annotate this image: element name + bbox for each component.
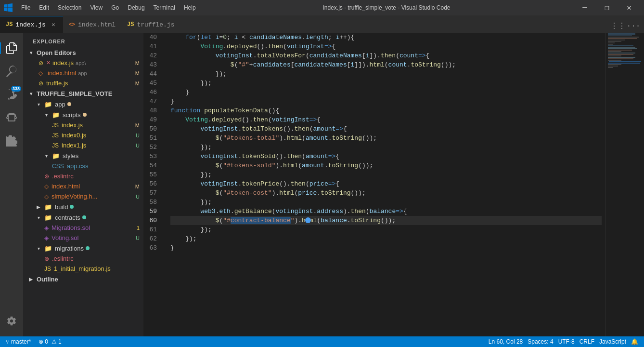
css-icon: CSS (52, 163, 64, 170)
notifications-status[interactable]: 🔔 (629, 336, 640, 347)
eslint-icon: ⊛ (44, 173, 49, 180)
open-editors-label: Open Editors (37, 49, 76, 56)
code-line-58: }); (170, 198, 602, 207)
folder-contracts[interactable]: ▾ 📁 contracts (23, 212, 143, 223)
close-button[interactable]: ✕ (618, 0, 640, 15)
menu-help[interactable]: Help (180, 3, 200, 12)
split-editor-icon[interactable]: ⋮⋮ (611, 19, 625, 33)
file-voting-sol[interactable]: ◈ Voting.sol U (23, 233, 143, 243)
outline-header[interactable]: ▶ Outline (23, 274, 143, 284)
ln-47: 47 (143, 97, 163, 106)
ln-63: 63 (143, 243, 163, 253)
menu-selection[interactable]: Selection (54, 3, 85, 12)
file-index0-js[interactable]: JS index0.js U (23, 130, 143, 140)
file-eslintrc[interactable]: ⊛ .eslintrc (23, 171, 143, 181)
code-editor[interactable]: 40 41 42 43 44 45 46 47 48 49 50 51 52 5… (143, 33, 644, 336)
line-numbers: 40 41 42 43 44 45 46 47 48 49 50 51 52 5… (143, 33, 167, 336)
branch-status[interactable]: ⑂ master* (4, 336, 33, 347)
open-editors-header[interactable]: ▾ Open Editors (23, 47, 143, 58)
app-chevron: ▾ (35, 100, 42, 108)
tab-close-index-js[interactable]: ✕ (50, 21, 57, 28)
ln-49: 49 (143, 115, 163, 124)
code-line-57: $("#token-cost").html(price.toString()); (170, 188, 602, 198)
error-count: 0 (45, 338, 48, 345)
more-actions-icon[interactable]: ··· (627, 19, 640, 33)
html-icon-2: ◇ (44, 183, 49, 190)
open-editor-index-js[interactable]: ⊘ ✕ index.js app\ M (23, 58, 143, 68)
indentation-status[interactable]: Spaces: 4 (526, 336, 555, 347)
scripts-folder-label: scripts (63, 111, 81, 119)
sidebar-header: Explorer (23, 33, 143, 47)
window-title: index.js - truffle_simple_vote - Visual … (200, 4, 574, 11)
errors-warnings-status[interactable]: ⊗ 0 ⚠ 1 (37, 336, 63, 347)
folder-styles[interactable]: ▾ 📁 styles (23, 150, 143, 161)
simple-voting-badge: U (136, 194, 140, 200)
menu-view[interactable]: View (86, 3, 106, 12)
outline-section: ▶ Outline (23, 274, 143, 284)
file-migrations-sol[interactable]: ◈ Migrations.sol 1 (23, 223, 143, 233)
activity-files[interactable] (0, 37, 23, 60)
restore-button[interactable]: ❐ (596, 0, 618, 15)
index-js-badge: M (135, 122, 140, 128)
code-line-49: Voting.deployed().then(votingInst=>{ (170, 115, 602, 124)
code-content[interactable]: for(let i=0; i < candidateNames.length; … (167, 33, 605, 336)
activity-source-control[interactable]: 338 (0, 83, 23, 106)
file-index-js[interactable]: JS index.js M (23, 120, 143, 130)
menu-terminal[interactable]: Terminal (150, 3, 179, 12)
scripts-dot (83, 113, 87, 117)
folder-scripts[interactable]: ▾ 📁 scripts (23, 109, 143, 120)
menu-edit[interactable]: Edit (35, 3, 53, 12)
build-folder-label: build (55, 203, 68, 211)
project-header[interactable]: ▾ TRUFFLE_SIMPLE_VOTE (23, 88, 143, 99)
file-eslintrc-2[interactable]: ⊛ .eslintrc (23, 254, 143, 264)
build-folder-icon: 📁 (44, 203, 52, 211)
app-folder-label: app (55, 101, 65, 108)
migrations-sol-badge: 1 (137, 225, 140, 231)
migrations-folder-icon: 📁 (44, 245, 52, 252)
file-index1-js[interactable]: JS index1.js U (23, 140, 143, 150)
file-1-initial-migration[interactable]: JS 1_initial_migration.js (23, 264, 143, 274)
menu-file[interactable]: File (17, 3, 34, 12)
line-ending-status[interactable]: CRLF (578, 336, 596, 347)
ln-51: 51 (143, 133, 163, 143)
open-editor-html-badge: M (135, 70, 140, 76)
language-label: JavaScript (599, 338, 626, 345)
tab-index-js[interactable]: JS index.js ✕ (0, 16, 63, 33)
tab-truffle-js[interactable]: JS truffle.js (121, 16, 180, 33)
menu-debug[interactable]: Debug (124, 3, 148, 12)
open-editor-truffle-js[interactable]: ⊘ truffle.js M (23, 78, 143, 88)
code-line-61: }); (170, 225, 602, 234)
code-line-44: }); (170, 69, 602, 79)
menu-go[interactable]: Go (107, 3, 123, 12)
folder-migrations[interactable]: ▾ 📁 migrations (23, 243, 143, 254)
voting-sol-badge: U (136, 235, 140, 241)
ln-40: 40 (143, 33, 163, 42)
js-icon: ⊘ (39, 60, 43, 67)
open-editors-chevron: ▾ (27, 49, 35, 56)
code-line-55: }); (170, 170, 602, 179)
file-app-css[interactable]: CSS app.css (23, 161, 143, 171)
folder-app[interactable]: ▾ 📁 app (23, 99, 143, 109)
styles-chevron: ▾ (42, 152, 50, 160)
spaces-label: Spaces: 4 (528, 338, 553, 345)
ln-57: 57 (143, 188, 163, 198)
cursor-position-status[interactable]: Ln 60, Col 28 (487, 336, 525, 347)
file-index-html[interactable]: ◇ index.html M (23, 181, 143, 191)
minimize-button[interactable]: ─ (574, 0, 596, 15)
activity-settings[interactable] (0, 309, 23, 333)
code-line-45: }); (170, 79, 602, 88)
tab-bar-actions: ⋮⋮ ··· (611, 19, 644, 33)
activity-search[interactable] (0, 60, 23, 83)
open-editor-index-html[interactable]: ◇ index.html app M (23, 68, 143, 78)
ln-45: 45 (143, 79, 163, 88)
encoding-status[interactable]: UTF-8 (556, 336, 577, 347)
folder-build[interactable]: ▶ 📁 build (23, 201, 143, 212)
ln-55: 55 (143, 170, 163, 179)
status-right: Ln 60, Col 28 Spaces: 4 UTF-8 CRLF JavaS… (487, 336, 640, 347)
tab-index-html[interactable]: <> index.html (63, 16, 121, 33)
branch-icon: ⑂ (6, 338, 10, 346)
activity-extensions[interactable] (0, 129, 23, 152)
file-simple-voting[interactable]: ◇ simpleVoting.h... U (23, 191, 143, 201)
activity-debug[interactable] (0, 106, 23, 129)
language-status[interactable]: JavaScript (597, 336, 628, 347)
